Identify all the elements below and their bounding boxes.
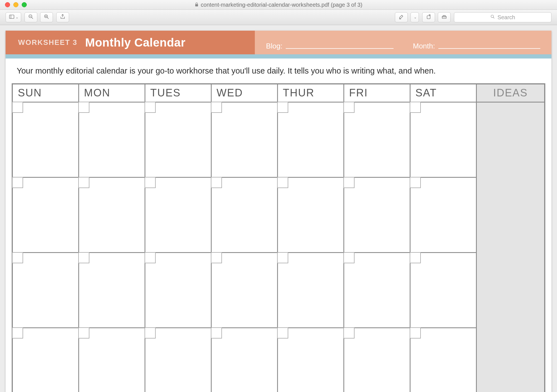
calendar-wrapper: SUN MON TUES WED THUR FRI SAT IDEAS	[6, 83, 551, 392]
date-number-box	[145, 177, 156, 188]
date-number-box	[343, 327, 355, 339]
calendar-cell	[145, 177, 211, 252]
date-number-box	[145, 327, 156, 339]
date-number-box	[145, 252, 156, 263]
date-number-box	[145, 102, 156, 113]
page-banner: WORKSHEET 3 Monthly Calendar Blog: Month…	[6, 31, 551, 54]
calendar-cell	[410, 102, 476, 177]
date-number-box	[211, 177, 222, 188]
calendar-cell	[79, 177, 145, 252]
date-number-box	[410, 177, 421, 188]
day-header: THUR	[277, 84, 344, 102]
highlighter-icon	[398, 14, 404, 21]
calendar-cell	[211, 102, 277, 177]
blog-field: Blog:	[266, 42, 394, 50]
calendar-cell	[12, 177, 79, 252]
calendar-cell	[79, 328, 145, 392]
date-number-box	[211, 102, 222, 113]
date-number-box	[277, 177, 288, 188]
sidebar-toggle-button[interactable]: ⌄	[6, 12, 21, 22]
calendar-header-row: SUN MON TUES WED THUR FRI SAT IDEAS	[12, 84, 545, 102]
page-description: Your monthly editorial calendar is your …	[6, 59, 551, 83]
date-number-box	[12, 177, 23, 188]
date-number-box	[410, 252, 421, 263]
rotate-icon	[426, 14, 432, 21]
date-number-box	[12, 102, 23, 113]
date-number-box	[78, 102, 89, 113]
svg-rect-0	[195, 4, 198, 6]
zoom-out-icon	[28, 14, 34, 21]
day-header: MON	[79, 84, 145, 102]
date-number-box	[12, 327, 23, 339]
document-viewport[interactable]: WORKSHEET 3 Monthly Calendar Blog: Month…	[0, 25, 557, 392]
calendar-row	[12, 328, 545, 392]
month-label: Month:	[413, 42, 435, 50]
ideas-header: IDEAS	[476, 84, 545, 102]
window-title-text: content-marketing-editorial-calendar-wor…	[201, 2, 362, 8]
page-title: Monthly Calendar	[85, 36, 185, 49]
date-number-box	[78, 327, 89, 339]
date-number-box	[410, 327, 421, 339]
markup-button[interactable]	[438, 12, 451, 22]
svg-rect-11	[427, 16, 430, 19]
zoom-in-button[interactable]	[40, 12, 53, 22]
day-header: WED	[211, 84, 277, 102]
date-number-box	[12, 252, 23, 263]
calendar-cell	[277, 252, 344, 328]
fullscreen-window-button[interactable]	[22, 2, 27, 7]
date-number-box	[410, 102, 421, 113]
calendar-cell	[410, 252, 476, 328]
highlight-dropdown-button[interactable]: ⌄	[411, 12, 419, 22]
calendar-row	[12, 177, 545, 252]
ideas-cell	[476, 102, 545, 392]
calendar-body	[12, 102, 545, 392]
search-input[interactable]: Search	[454, 12, 551, 22]
calendar-cell	[344, 177, 410, 252]
calendar-cell	[12, 102, 79, 177]
calendar-cell	[344, 252, 410, 328]
calendar-cell	[145, 328, 211, 392]
minimize-window-button[interactable]	[13, 2, 18, 7]
blog-fill-line	[286, 48, 393, 49]
date-number-box	[78, 252, 89, 263]
date-number-box	[211, 327, 222, 339]
calendar-row	[12, 102, 545, 177]
calendar-cell	[277, 102, 344, 177]
svg-rect-1	[9, 15, 14, 19]
share-icon	[60, 14, 66, 21]
date-number-box	[343, 252, 355, 263]
calendar-cell	[12, 328, 79, 392]
date-number-box	[277, 252, 288, 263]
date-number-box	[277, 327, 288, 339]
day-header: SAT	[410, 84, 476, 102]
calendar-cell	[344, 328, 410, 392]
date-number-box	[343, 102, 355, 113]
zoom-out-button[interactable]	[25, 12, 37, 22]
date-number-box	[277, 102, 288, 113]
search-icon	[490, 14, 495, 21]
svg-line-4	[31, 17, 33, 19]
search-placeholder: Search	[497, 14, 515, 21]
chevron-down-icon: ⌄	[414, 15, 417, 19]
banner-left: WORKSHEET 3 Monthly Calendar	[6, 31, 255, 54]
calendar-cell	[79, 102, 145, 177]
lock-icon	[195, 2, 199, 8]
calendar-cell	[79, 252, 145, 328]
day-header: SUN	[12, 84, 79, 102]
accent-bar	[6, 54, 551, 59]
svg-point-14	[491, 15, 494, 18]
calendar-cell	[145, 102, 211, 177]
traffic-lights	[0, 2, 27, 7]
window-title: content-marketing-editorial-calendar-wor…	[0, 2, 557, 8]
pdf-page: WORKSHEET 3 Monthly Calendar Blog: Month…	[6, 31, 551, 392]
sidebar-icon	[9, 14, 15, 21]
calendar-cell	[410, 177, 476, 252]
close-window-button[interactable]	[5, 2, 10, 7]
svg-line-7	[47, 17, 48, 19]
highlight-button[interactable]	[395, 12, 408, 22]
day-header: FRI	[344, 84, 410, 102]
calendar-cell	[410, 328, 476, 392]
rotate-button[interactable]	[422, 12, 435, 22]
month-field: Month:	[413, 42, 541, 50]
share-button[interactable]	[56, 12, 69, 22]
